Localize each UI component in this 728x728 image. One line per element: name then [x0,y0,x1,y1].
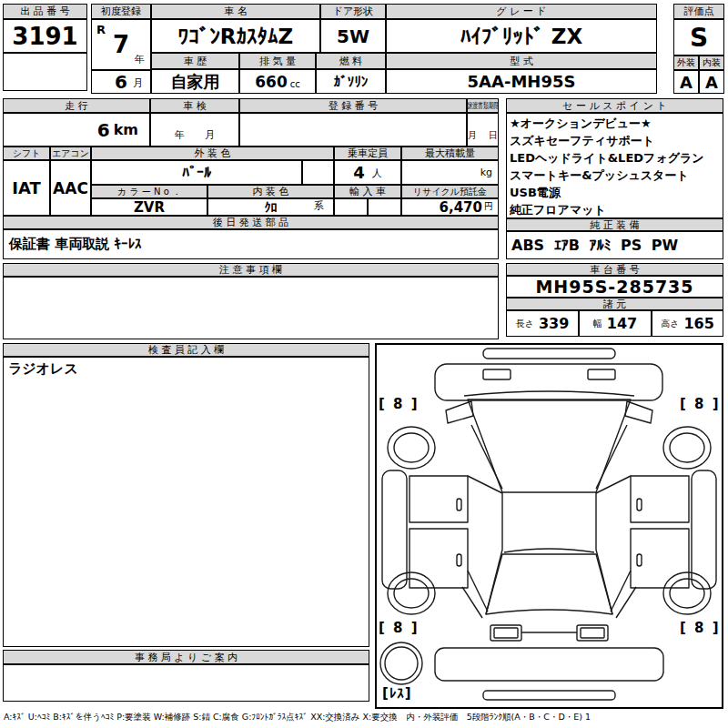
cabin-edge-right [596,492,612,614]
exterior-color-header: 外 装 色 [91,147,334,160]
rear-bumper-strip [483,691,615,700]
color-no-value: ZVR [91,198,207,216]
recycle-deposit-unit: 円 [484,200,493,215]
interior-score-value: A [699,70,724,94]
displacement-header: 排 気 量 [239,53,316,69]
later-parts-header: 後 日 発 送 部 品 [3,216,499,229]
headlight-right [588,369,615,379]
office-notice-header: 事 務 局 よ り ご 案 内 [3,650,369,664]
grade-header: グ レ ー ド [386,4,657,19]
registration-no-header: 登 録 番 号 [239,98,467,113]
car-diagram-box: [ 8 ] [ 8 ] [ 8 ] [ 8 ] [ﾚｽ] [375,343,723,709]
capacity-unit: 人 [372,167,382,184]
first-reg-year-unit: 年 [135,53,145,66]
recycle-deposit-header: リサイクル預託金 [401,185,499,198]
wheel-front-left-rim [394,433,429,462]
import-cell-2 [368,198,401,216]
office-notice-body [3,664,369,702]
auction-no-empty-cell [3,53,87,91]
door-handle-rear-right [637,554,642,566]
tail-light-left-inner [494,628,518,638]
registration-no-cell [239,113,467,147]
transfer-deadline-cell: 月 日 [467,113,499,147]
door-handle-front-right [637,499,642,511]
tread-mark-rear-left: [ 8 ] [379,620,420,636]
spec-width-value: 147 [607,315,637,332]
aircon-value: AAC [50,160,91,216]
spare-tire-inner [385,647,418,680]
displacement-cell: 660 cc [239,69,316,94]
first-reg-header: 初度登録 [91,4,151,19]
capacity-cell: 4 人 [334,160,401,185]
spec-length-label: 長さ [516,318,534,330]
sales-point-item: LEDヘッドライト&LEDフォグラン [510,149,720,167]
later-parts-value: 保証書 車両取説 ｷｰﾚｽ [3,229,499,259]
spec-height-label: 高さ [661,318,679,330]
inspector-note-text: ラジオレス [8,360,78,378]
max-load-cell: kg [401,160,499,185]
door-rear-right [631,529,689,588]
equipment-header: 純 正 装 備 [506,218,723,231]
spare-tire [380,642,422,684]
first-reg-year-cell: R 7 年 [91,19,151,70]
headlight-left [483,369,511,379]
rear-bumper [435,648,663,681]
exterior-color-sub-cell [302,160,334,185]
sales-point-item: スズキセーフティサポート [510,132,720,149]
recycle-deposit-cell: 6,470 円 [401,198,499,216]
max-load-header: 最大積載量 [401,147,499,160]
auction-no-header: 出 品 番 号 [3,4,87,19]
spec-length-cell: 長さ 339 [506,310,579,337]
mileage-header: 走 行 [3,98,150,113]
displacement-unit: cc [290,79,300,93]
interior-color-header: 内 装 色 [207,185,334,198]
recycle-deposit-value: 6,470 [440,199,482,216]
first-reg-month-cell: 6 月 [91,70,151,94]
exterior-score-header: 外装 [673,56,699,70]
sales-point-item: USB電源 [510,184,720,201]
c-pillar-seam-right-2 [616,587,636,618]
sales-point-item: 純正フロアマット [510,201,720,218]
history-value: 自家用 [151,69,239,94]
door-handle-rear-left [457,554,461,566]
shift-value: IAT [3,160,50,216]
score-value: S [673,19,724,56]
transfer-deadline-header: 譲渡書類期限 [467,98,499,113]
tread-mark-front-right: [ 8 ] [680,396,721,412]
mileage-value: 6 [97,119,110,141]
sales-points-header: セ ー ル ス ポ イ ン ト [506,98,723,113]
wheel-front-right-rim [670,433,704,462]
spec-width-cell: 幅 147 [579,310,652,337]
import-cell-1 [334,198,368,216]
a-pillar-seam-right [596,425,627,489]
tail-light-right-inner [581,628,604,638]
first-reg-month-unit: 月 [133,76,143,90]
auction-sheet: 出 品 番 号 3191 初度登録 R 7 年 6 月 車 名 ﾜｺﾞﾝRｶｽﾀ… [0,0,728,728]
specs-header: 諸 元 [506,298,723,310]
mileage-unit: km [114,121,138,138]
sill-right [692,470,716,589]
sill-left [382,470,407,589]
interior-color-cell: ｸﾛ 系 [207,198,334,216]
inspector-notes-body: ラジオレス [3,357,369,647]
history-header: 車 歴 [151,53,239,69]
wheel-rear-right-rim [670,579,704,608]
car-name-header: 車 名 [151,4,320,19]
cabin-edge-left [486,492,502,614]
tread-mark-rear-right: [ 8 ] [680,620,721,636]
sales-point-item: スマートキー&プッシュスタート [510,167,720,184]
first-reg-year: 7 [113,31,129,58]
equipment-value: ABS ｴｱB ｱﾙﾐ PS PW [506,231,723,259]
c-pillar-seam-right [611,571,631,612]
rear-window [486,554,612,614]
door-shape-header: ドア形状 [320,4,386,19]
sales-points-body: ★オークションデビュー★ スズキセーフティサポート LEDヘッドライト&LEDフ… [506,113,723,218]
c-pillar-seam-left [468,571,488,612]
interior-color-value: ｸﾛ [265,200,278,215]
first-reg-month: 6 [115,71,127,93]
transfer-deadline-label: 譲渡書類期限 [467,100,499,112]
fuel-value: ｶﾞｿﾘﾝ [316,69,386,94]
shift-header: シフト [3,147,50,160]
mileage-cell: 6 km [3,113,150,147]
aircon-header: エアコン [50,147,91,160]
